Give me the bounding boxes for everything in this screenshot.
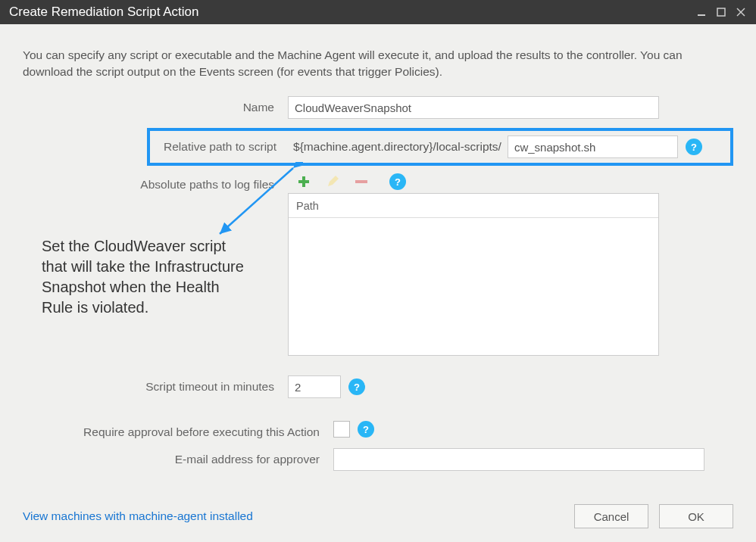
require-approval-label: Require approval before executing this A… — [23, 421, 333, 439]
name-input[interactable] — [288, 96, 659, 119]
script-name-input[interactable] — [508, 136, 678, 158]
email-approver-input[interactable] — [333, 448, 704, 471]
svg-rect-6 — [355, 180, 367, 183]
paths-help-icon[interactable]: ? — [389, 173, 406, 190]
cancel-button[interactable]: Cancel — [574, 504, 648, 528]
remove-path-icon[interactable] — [353, 173, 370, 190]
timeout-input[interactable] — [288, 375, 341, 398]
svg-rect-1 — [717, 8, 725, 16]
view-machines-link[interactable]: View machines with machine-agent install… — [23, 509, 253, 523]
path-table-header: Path — [289, 194, 658, 218]
maximize-button[interactable] — [715, 6, 727, 18]
relative-path-highlight: Relative path to script ${machine.agent.… — [147, 128, 733, 166]
path-toolbar: ? — [288, 170, 733, 193]
minimize-button[interactable] — [695, 6, 708, 18]
email-approver-label: E-mail address for approver — [23, 448, 333, 466]
annotation-text: Set the CloudWeaver script that will tak… — [42, 236, 246, 318]
name-label: Name — [23, 96, 288, 114]
timeout-help-icon[interactable]: ? — [348, 378, 365, 395]
dialog-titlebar: Create Remediation Script Action — [0, 0, 756, 24]
dialog-title: Create Remediation Script Action — [9, 5, 688, 20]
path-table[interactable]: Path — [288, 193, 659, 356]
script-path-prefix: ${machine.agent.directory}/local-scripts… — [293, 140, 501, 154]
close-button[interactable] — [735, 6, 747, 18]
intro-text: You can specify any script or executable… — [23, 47, 733, 79]
ok-button[interactable]: OK — [659, 504, 733, 528]
add-path-icon[interactable] — [295, 173, 312, 190]
approval-help-icon[interactable]: ? — [358, 421, 374, 438]
timeout-label: Script timeout in minutes — [23, 375, 288, 394]
abs-paths-label: Absolute paths to log files — [23, 170, 288, 192]
edit-path-icon[interactable] — [324, 173, 341, 190]
relative-path-help-icon[interactable]: ? — [686, 139, 702, 155]
relative-path-label: Relative path to script — [164, 140, 276, 154]
require-approval-checkbox[interactable] — [333, 421, 350, 438]
